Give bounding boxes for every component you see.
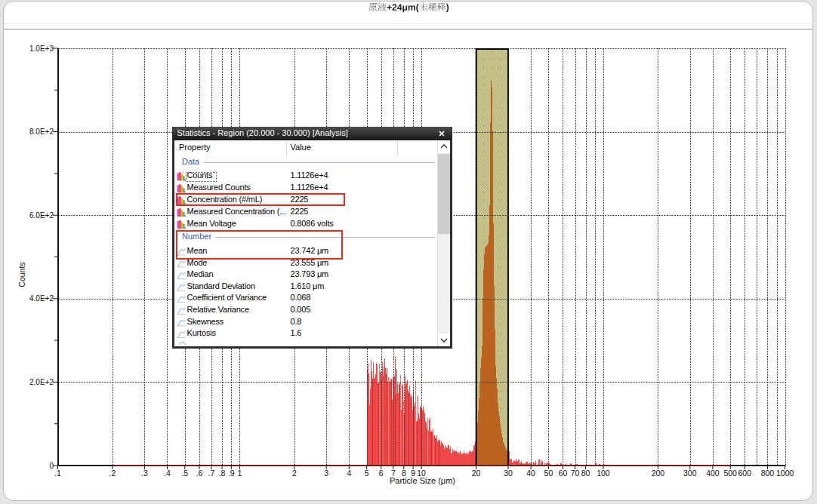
svg-text:.1: .1 bbox=[54, 469, 61, 478]
svg-text:600: 600 bbox=[738, 469, 752, 478]
svg-text:80: 80 bbox=[581, 469, 590, 478]
svg-text:0: 0 bbox=[49, 462, 54, 470]
svg-text:.5: .5 bbox=[181, 469, 188, 478]
svg-text:400: 400 bbox=[706, 469, 720, 478]
svg-text:.9: .9 bbox=[228, 469, 235, 478]
svg-text:.3: .3 bbox=[141, 469, 148, 478]
svg-text:2: 2 bbox=[292, 469, 297, 478]
svg-text:40: 40 bbox=[526, 469, 535, 478]
svg-text:.6: .6 bbox=[196, 469, 203, 478]
svg-text:1000: 1000 bbox=[776, 469, 794, 478]
svg-text:4: 4 bbox=[347, 469, 351, 478]
svg-text:200: 200 bbox=[652, 469, 665, 478]
svg-text:5: 5 bbox=[365, 469, 369, 478]
svg-text:70: 70 bbox=[571, 469, 580, 478]
svg-text:Particle Size (μm): Particle Size (μm) bbox=[390, 476, 455, 485]
svg-text:20: 20 bbox=[472, 469, 481, 478]
svg-text:60: 60 bbox=[559, 469, 568, 478]
svg-text:6: 6 bbox=[379, 469, 384, 478]
svg-text:1.0E+3: 1.0E+3 bbox=[29, 45, 54, 53]
svg-text:300: 300 bbox=[683, 469, 697, 478]
svg-text:.7: .7 bbox=[208, 469, 215, 478]
svg-text:30: 30 bbox=[504, 469, 513, 478]
svg-text:.2: .2 bbox=[109, 469, 116, 478]
svg-text:1: 1 bbox=[237, 469, 242, 478]
svg-text:2.0E+2: 2.0E+2 bbox=[29, 378, 54, 386]
svg-text:4.0E+2: 4.0E+2 bbox=[29, 294, 54, 303]
svg-text:800: 800 bbox=[761, 469, 775, 478]
svg-text:.8: .8 bbox=[219, 469, 226, 478]
svg-text:Counts: Counts bbox=[17, 262, 26, 287]
svg-text:3: 3 bbox=[324, 469, 328, 478]
svg-text:.4: .4 bbox=[164, 469, 171, 478]
svg-text:100: 100 bbox=[597, 469, 610, 478]
svg-text:6.0E+2: 6.0E+2 bbox=[29, 211, 54, 220]
svg-text:50: 50 bbox=[544, 469, 553, 478]
svg-text:500: 500 bbox=[723, 469, 737, 478]
svg-text:8.0E+2: 8.0E+2 bbox=[29, 128, 54, 136]
